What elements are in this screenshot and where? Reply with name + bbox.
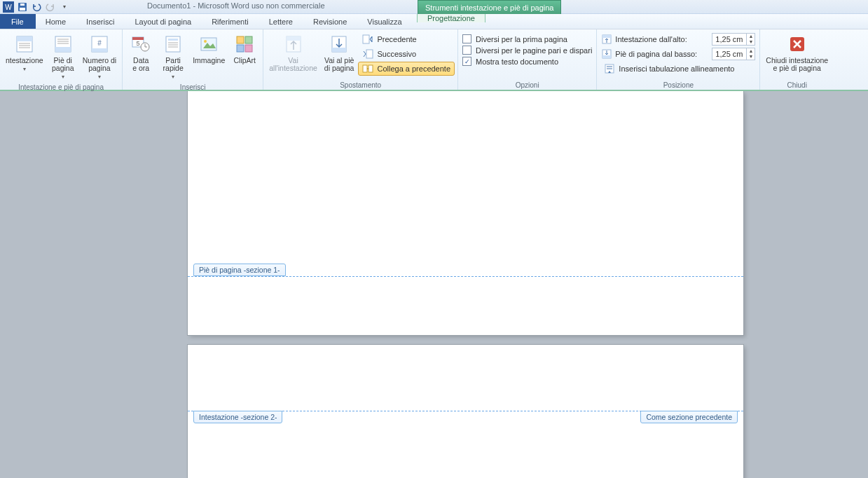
group-label: Spostamento: [266, 80, 455, 89]
picture-button[interactable]: Immagine: [190, 31, 228, 67]
group-label: Intestazione e piè di pagina: [3, 82, 119, 91]
go-header-label: Vai all'intestazione: [269, 57, 317, 72]
spinner-up-icon[interactable]: ▲: [747, 48, 755, 54]
group-label: Opzioni: [461, 80, 593, 89]
qat-customize-icon[interactable]: ▾: [59, 1, 70, 13]
insert-alignment-tab-label: Inserisci tabulazione allineamento: [619, 64, 734, 73]
redo-icon[interactable]: [45, 1, 56, 13]
svg-rect-25: [168, 39, 178, 41]
insert-alignment-tab-button[interactable]: Inserisci tabulazione allineamento: [600, 62, 757, 76]
svg-rect-40: [363, 35, 369, 43]
svg-rect-34: [237, 45, 244, 52]
group-label: Chiudi: [763, 80, 831, 89]
clipart-icon: [233, 33, 256, 55]
titlebar: W ▾ Documento1 - Microsoft Word uso non …: [0, 0, 868, 14]
svg-rect-37: [287, 36, 301, 41]
svg-text:5: 5: [137, 40, 140, 47]
svg-rect-43: [368, 65, 373, 72]
save-icon[interactable]: [17, 1, 28, 13]
different-first-page-label: Diversi per la prima pagina: [476, 35, 567, 43]
link-previous-label: Collega a precedente: [377, 64, 450, 73]
checkbox-icon: [462, 34, 471, 43]
svg-rect-4: [20, 4, 25, 6]
tab-home[interactable]: Home: [36, 14, 76, 29]
tab-file[interactable]: File: [0, 14, 36, 29]
footer-label: Piè di pagina: [52, 57, 74, 72]
group-insert: 5 Data e ora Parti rapide ▾ Immagine Cli…: [123, 29, 263, 90]
document-canvas[interactable]: Piè di pagina -sezione 1- Intestazione -…: [0, 91, 868, 478]
close-icon: [786, 33, 808, 55]
svg-point-31: [204, 40, 207, 43]
next-section-button[interactable]: Successivo: [358, 47, 455, 61]
tab-insert[interactable]: Inserisci: [76, 14, 125, 29]
footer-boundary-line: [188, 276, 743, 277]
header-from-top-spinner[interactable]: ▲▼: [712, 33, 755, 46]
footer-from-bottom-spinner[interactable]: ▲▼: [712, 48, 755, 60]
different-first-page-checkbox[interactable]: Diversi per la prima pagina: [461, 34, 593, 44]
previous-icon: [362, 34, 373, 45]
header-label: ntestazione: [6, 57, 43, 64]
contextual-tab-label: Strumenti intestazione e piè di pagina: [418, 0, 561, 14]
svg-rect-35: [245, 45, 252, 52]
header-from-top-input[interactable]: [712, 34, 746, 45]
tab-design[interactable]: Progettazione: [417, 14, 485, 22]
quick-parts-icon: [162, 33, 184, 55]
show-document-text-checkbox[interactable]: ✓ Mostra testo documento: [461, 56, 593, 67]
spinner-down-icon[interactable]: ▼: [747, 39, 755, 45]
go-footer-label: Vai al piè di pagina: [324, 57, 354, 72]
quick-parts-label: Parti rapide: [163, 57, 184, 72]
footer-bottom-icon: [601, 48, 612, 60]
footer-section-tag: Piè di pagina -sezione 1-: [193, 264, 286, 276]
checkbox-icon: [462, 46, 471, 55]
quick-parts-button[interactable]: Parti rapide ▾: [158, 31, 188, 82]
tab-letters[interactable]: Lettere: [259, 14, 303, 29]
spinner-down-icon[interactable]: ▼: [747, 54, 755, 60]
tab-view[interactable]: Visualizza: [357, 14, 412, 29]
close-header-footer-button[interactable]: Chiudi intestazione e piè di pagina: [763, 31, 831, 74]
same-as-previous-tag: Come sezione precedente: [640, 411, 738, 423]
svg-rect-32: [237, 36, 244, 43]
group-navigation: Vai all'intestazione Vai al piè di pagin…: [263, 29, 458, 90]
group-options: Diversi per la prima pagina Diversi per …: [458, 29, 597, 90]
show-document-text-label: Mostra testo documento: [476, 57, 558, 66]
quick-access-toolbar: W ▾: [3, 1, 70, 13]
checkbox-icon: ✓: [462, 57, 471, 66]
close-label: Chiudi intestazione e piè di pagina: [766, 57, 828, 72]
ribbon: ntestazione ▾ Piè di pagina ▾ # Numero d…: [0, 29, 868, 91]
svg-rect-11: [55, 47, 71, 52]
page-number-icon: #: [88, 33, 111, 55]
footer-from-bottom-label: Piè di pagina dal basso:: [615, 50, 709, 58]
page-number-button[interactable]: # Numero di pagina ▾: [80, 31, 119, 82]
go-to-header-button: Vai all'intestazione: [266, 31, 320, 74]
footer-from-bottom-input[interactable]: [712, 48, 746, 60]
previous-section-button[interactable]: Precedente: [358, 32, 455, 46]
footer-button[interactable]: Piè di pagina ▾: [48, 31, 78, 82]
spinner-up-icon[interactable]: ▲: [747, 34, 755, 39]
different-odd-even-checkbox[interactable]: Diversi per le pagine pari e dispari: [461, 45, 593, 55]
window-title: Documento1 - Microsoft Word uso non comm…: [147, 1, 325, 10]
link-previous-icon: [362, 63, 373, 74]
header-button[interactable]: ntestazione ▾: [3, 31, 46, 74]
date-time-button[interactable]: 5 Data e ora: [125, 31, 156, 74]
svg-text:W: W: [5, 4, 12, 11]
clipart-button[interactable]: ClipArt: [229, 31, 260, 67]
go-to-footer-button[interactable]: Vai al piè di pagina: [322, 31, 357, 74]
previous-label: Precedente: [377, 35, 416, 43]
svg-rect-39: [332, 48, 346, 52]
tab-references[interactable]: Riferimenti: [202, 14, 259, 29]
tab-layout[interactable]: Layout di pagina: [125, 14, 202, 29]
link-to-previous-button[interactable]: Collega a precedente: [358, 62, 455, 76]
tab-review[interactable]: Revisione: [303, 14, 357, 29]
undo-icon[interactable]: [31, 1, 42, 13]
svg-rect-48: [602, 55, 611, 58]
next-label: Successivo: [377, 50, 416, 58]
group-label: Posizione: [600, 80, 757, 89]
svg-rect-42: [363, 65, 367, 72]
group-header-footer: ntestazione ▾ Piè di pagina ▾ # Numero d…: [0, 29, 123, 90]
date-time-icon: 5: [130, 33, 152, 55]
page-1[interactable]: Piè di pagina -sezione 1-: [188, 91, 743, 335]
page-2[interactable]: Intestazione -sezione 2- Come sezione pr…: [188, 345, 743, 478]
svg-rect-29: [201, 38, 216, 50]
chevron-down-icon: ▾: [62, 74, 64, 80]
different-odd-even-label: Diversi per le pagine pari e dispari: [476, 46, 592, 55]
